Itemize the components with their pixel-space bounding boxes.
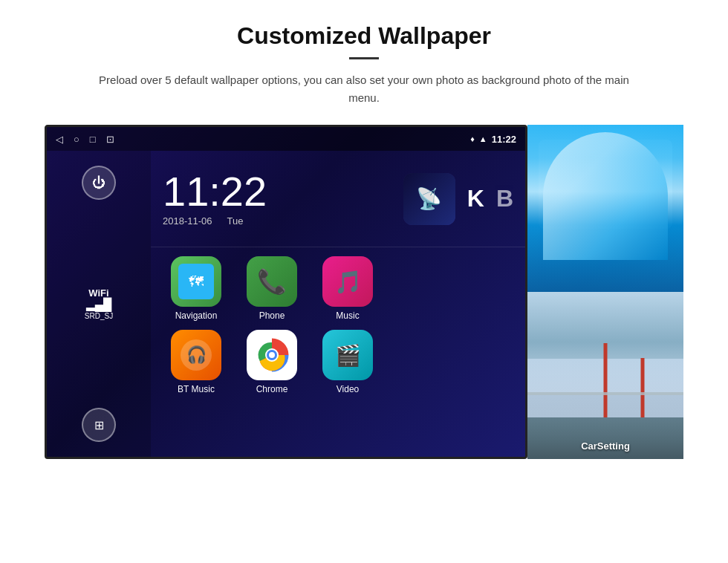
- apps-grid-button[interactable]: ⊞: [82, 408, 116, 442]
- bridge-wallpaper-image: [527, 292, 683, 459]
- nav-back-icon[interactable]: ◁: [56, 134, 63, 145]
- music-label: Music: [336, 310, 359, 321]
- chrome-icon: [247, 330, 297, 380]
- clock-time: 11:22: [163, 171, 267, 212]
- wifi-info: WiFi ▂▄█ SRD_SJ: [85, 287, 113, 320]
- ice-wallpaper-image: [527, 125, 683, 292]
- video-label: Video: [337, 384, 359, 394]
- wallpaper-bridge-thumb[interactable]: CarSetting: [527, 292, 683, 459]
- app-grid: 🗺 Navigation 📞: [151, 247, 525, 457]
- btmusic-label: BT Music: [178, 384, 215, 394]
- clock-area: 11:22 2018-11-06 Tue 📡: [151, 151, 525, 247]
- screen-content: ⏻ WiFi ▂▄█ SRD_SJ ⊞: [47, 151, 525, 457]
- page-title: Customized Wallpaper: [237, 22, 491, 50]
- music-note-icon: 🎵: [334, 269, 362, 295]
- wifi-label: WiFi: [85, 287, 113, 299]
- chrome-label: Chrome: [256, 384, 288, 394]
- media-icons: 📡 K B: [403, 173, 513, 225]
- clock-date-text: 2018-11-06: [163, 215, 212, 227]
- video-icon: 🎬: [322, 330, 373, 380]
- phone-label: Phone: [259, 310, 285, 321]
- media-b-icon: B: [496, 185, 513, 212]
- title-divider: [349, 57, 379, 59]
- app-video[interactable]: 🎬 Video: [314, 330, 381, 394]
- clock-date: 2018-11-06 Tue: [163, 215, 243, 227]
- status-time: 11:22: [492, 134, 516, 145]
- streaming-app-icon[interactable]: 📡: [403, 173, 455, 225]
- nav-map-inner: 🗺: [171, 256, 221, 307]
- page-wrapper: Customized Wallpaper Preload over 5 defa…: [0, 0, 728, 563]
- nav-screenshot-icon[interactable]: ⊡: [106, 134, 114, 145]
- android-screen: ◁ ○ □ ⊡ ♦ ▲ 11:22 ⏻: [45, 125, 527, 459]
- sidebar: ⏻ WiFi ▂▄█ SRD_SJ ⊞: [47, 151, 151, 457]
- clock-day-text: Tue: [227, 215, 244, 227]
- app-music[interactable]: 🎵 Music: [314, 256, 381, 321]
- media-k-icon: K: [467, 185, 484, 212]
- center-area: 11:22 2018-11-06 Tue 📡: [151, 151, 525, 457]
- app-chrome[interactable]: Chrome: [238, 330, 305, 394]
- status-bar-left: ◁ ○ □ ⊡: [56, 134, 114, 145]
- wallpaper-panel: CarSetting: [527, 125, 683, 459]
- music-icon: 🎵: [322, 256, 373, 307]
- app-row-1: 🗺 Navigation 📞: [163, 256, 513, 321]
- carsetting-label: CarSetting: [527, 440, 683, 452]
- wifi-status-icon: ▲: [479, 134, 487, 143]
- app-btmusic[interactable]: 🎧 BT Music: [163, 330, 230, 394]
- headphone-icon: 🎧: [181, 339, 212, 371]
- page-description: Preload over 5 default wallpaper options…: [97, 71, 631, 107]
- app-navigation[interactable]: 🗺 Navigation: [163, 256, 230, 321]
- app-phone[interactable]: 📞 Phone: [238, 256, 305, 321]
- wallpaper-ice-thumb[interactable]: [527, 125, 683, 292]
- device-row: ◁ ○ □ ⊡ ♦ ▲ 11:22 ⏻: [45, 125, 683, 459]
- nav-recents-icon[interactable]: □: [90, 134, 96, 145]
- nav-home-icon[interactable]: ○: [74, 134, 79, 145]
- location-icon: ♦: [470, 134, 475, 143]
- status-bar-right: ♦ ▲ 11:22: [470, 134, 516, 145]
- btmusic-icon: 🎧: [171, 330, 221, 380]
- apps-grid-icon: ⊞: [94, 418, 104, 432]
- chrome-logo-svg: [254, 337, 290, 373]
- phone-icon: 📞: [247, 256, 297, 307]
- wifi-bars-icon: ▂▄█: [85, 299, 113, 310]
- power-button[interactable]: ⏻: [82, 166, 116, 200]
- svg-point-4: [269, 352, 275, 358]
- navigation-label: Navigation: [175, 310, 218, 321]
- power-icon: ⏻: [92, 175, 105, 191]
- status-bar: ◁ ○ □ ⊡ ♦ ▲ 11:22: [47, 127, 525, 151]
- navigation-icon: 🗺: [171, 256, 221, 307]
- wifi-network: SRD_SJ: [85, 312, 113, 320]
- app-row-2: 🎧 BT Music: [163, 330, 513, 394]
- wifi-signal-icon: 📡: [416, 186, 442, 211]
- clock-info: 11:22 2018-11-06 Tue: [163, 171, 267, 227]
